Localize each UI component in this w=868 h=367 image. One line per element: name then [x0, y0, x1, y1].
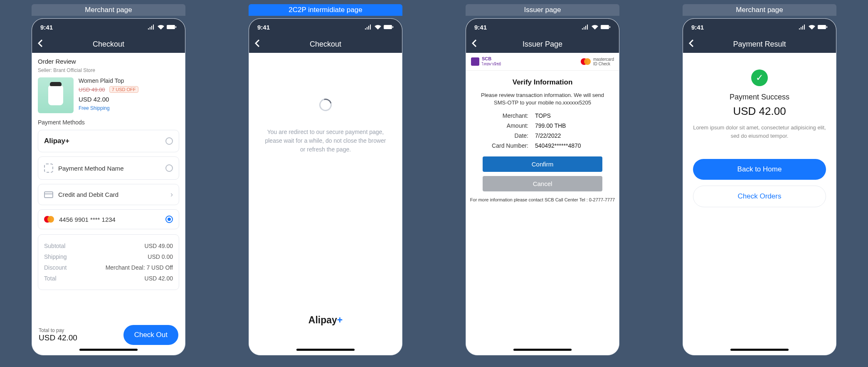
- total-value: USD 42.00: [145, 275, 173, 282]
- mastercard-icon: [581, 58, 591, 65]
- nav-title: Checkout: [32, 40, 185, 49]
- status-time: 9:41: [691, 24, 704, 31]
- discount-label: Discount: [44, 264, 67, 271]
- phone-frame-2: 9:41 Checkout You are redirect to our se…: [249, 18, 402, 355]
- discount-value: Merchant Deal: 7 USD Off: [106, 264, 173, 271]
- back-to-home-button[interactable]: Back to Home: [693, 159, 826, 180]
- verify-description: Please review transaction information. W…: [466, 92, 619, 107]
- product-discount-badge: 7 USD OFF: [109, 86, 138, 93]
- radio-selected-icon[interactable]: [165, 216, 173, 223]
- payment-method-saved-card[interactable]: 4456 9901 **** 1234: [38, 209, 179, 229]
- wifi-icon: [592, 25, 598, 30]
- chevron-left-icon: [38, 40, 43, 47]
- svg-rect-4: [601, 25, 609, 29]
- svg-rect-1: [175, 26, 176, 28]
- svg-rect-2: [384, 25, 392, 29]
- cup-icon: [48, 85, 63, 105]
- verify-heading: Verify Information: [466, 78, 619, 87]
- status-icons: [148, 25, 177, 30]
- radio-unselected-icon[interactable]: [165, 164, 173, 172]
- status-time: 9:41: [474, 24, 487, 31]
- battery-icon: [167, 25, 177, 30]
- check-orders-button[interactable]: Check Orders: [693, 186, 826, 207]
- product-name: Women Plaid Top: [79, 77, 138, 84]
- chevron-left-icon: [689, 40, 694, 47]
- chevron-right-icon: ›: [170, 190, 173, 199]
- nav-title: Payment Result: [683, 40, 836, 49]
- bank-logo: SCB ไทยพาณิชย์: [471, 56, 501, 67]
- status-bar: 9:41: [32, 19, 185, 35]
- scb-logo-icon: [471, 57, 479, 66]
- totals-card: SubtotalUSD 49.00 ShippingUSD 0.00 Disco…: [38, 234, 179, 290]
- status-bar: 9:41: [249, 19, 402, 35]
- home-indicator: [513, 349, 572, 351]
- wifi-icon: [158, 25, 164, 30]
- cancel-button[interactable]: Cancel: [483, 176, 602, 191]
- merchant-value: TOPS: [535, 112, 602, 119]
- radio-unselected-icon[interactable]: [165, 137, 173, 145]
- payment-method-label: Payment Method Name: [58, 165, 124, 172]
- status-bar: 9:41: [466, 19, 619, 35]
- nav-title: Checkout: [249, 40, 402, 49]
- total-to-pay-amount: USD 42.00: [39, 333, 77, 342]
- nav-bar: Checkout: [249, 35, 402, 53]
- home-indicator: [296, 349, 355, 351]
- product-old-price: USD 49.00: [79, 87, 105, 93]
- svg-rect-6: [818, 25, 826, 29]
- product-thumbnail: [38, 77, 74, 113]
- battery-icon: [384, 25, 394, 30]
- confirm-button[interactable]: Confirm: [483, 156, 602, 172]
- svg-rect-5: [609, 26, 610, 28]
- subtotal-value: USD 49.00: [145, 243, 173, 249]
- back-button[interactable]: [255, 40, 263, 49]
- product-price: USD 42.00: [79, 96, 138, 103]
- phone-frame-1: 9:41 Checkout Order Review Seller: Brant…: [32, 18, 185, 355]
- nav-bar: Checkout: [32, 35, 185, 53]
- alipay-logo-icon: Alipay+: [44, 137, 69, 145]
- contact-info: For more information please contact SCB …: [466, 197, 619, 202]
- total-label: Total: [44, 275, 57, 282]
- bank-subtitle: ไทยพาณิชย์: [482, 61, 501, 67]
- status-icons: [582, 25, 611, 30]
- svg-rect-7: [826, 26, 827, 28]
- payment-method-label: Credit and Debit Card: [58, 191, 118, 198]
- payment-method-card-group[interactable]: Credit and Debit Card ›: [38, 184, 179, 205]
- amount-value: 799.00 THB: [535, 122, 602, 129]
- checkout-button[interactable]: Check Out: [123, 325, 178, 345]
- total-to-pay-label: Total to pay: [39, 327, 77, 333]
- status-time: 9:41: [257, 24, 270, 31]
- home-indicator: [79, 349, 138, 351]
- back-button[interactable]: [689, 40, 697, 49]
- payment-method-alipay[interactable]: Alipay+: [38, 130, 179, 152]
- back-button[interactable]: [472, 40, 480, 49]
- svg-rect-3: [392, 26, 393, 28]
- status-time: 9:41: [40, 24, 53, 31]
- issuer-header: SCB ไทยพาณิชย์ mastercardID Check: [466, 53, 619, 71]
- svg-rect-0: [167, 25, 175, 29]
- success-check-icon: ✓: [751, 69, 768, 86]
- alipay-footer-logo: Alipay+: [249, 315, 402, 326]
- transaction-fields: Merchant:TOPS Amount:799.00 THB Date:7/2…: [466, 107, 619, 156]
- battery-icon: [818, 25, 828, 30]
- nav-bar: Payment Result: [683, 35, 836, 53]
- seller-label: Seller: Brant Official Store: [38, 67, 179, 73]
- payment-method-placeholder[interactable]: Payment Method Name: [38, 156, 179, 180]
- chevron-left-icon: [255, 40, 260, 47]
- result-description: Lorem ipsum dolor sit amet, consectetur …: [693, 124, 826, 140]
- order-review-heading: Order Review: [38, 58, 179, 65]
- signal-icon: [148, 25, 155, 30]
- back-button[interactable]: [38, 40, 46, 49]
- chevron-left-icon: [472, 40, 477, 47]
- plus-icon: +: [337, 315, 343, 325]
- product-row: Women Plaid Top USD 49.00 7 USD OFF USD …: [38, 77, 179, 113]
- placeholder-icon: [44, 164, 53, 173]
- status-bar: 9:41: [683, 19, 836, 35]
- card-number-value: 540492******4870: [535, 142, 602, 149]
- result-amount: USD 42.00: [733, 105, 786, 118]
- result-status: Payment Success: [730, 93, 789, 102]
- phone-frame-4: 9:41 Payment Result ✓ Payment Success US…: [683, 18, 836, 355]
- date-value: 7/22/2022: [535, 132, 602, 139]
- shipping-value: USD 0.00: [148, 253, 173, 260]
- product-shipping: Free Shipping: [79, 105, 138, 111]
- flow-tag-intermediate: 2C2P intermidiate page: [249, 4, 402, 16]
